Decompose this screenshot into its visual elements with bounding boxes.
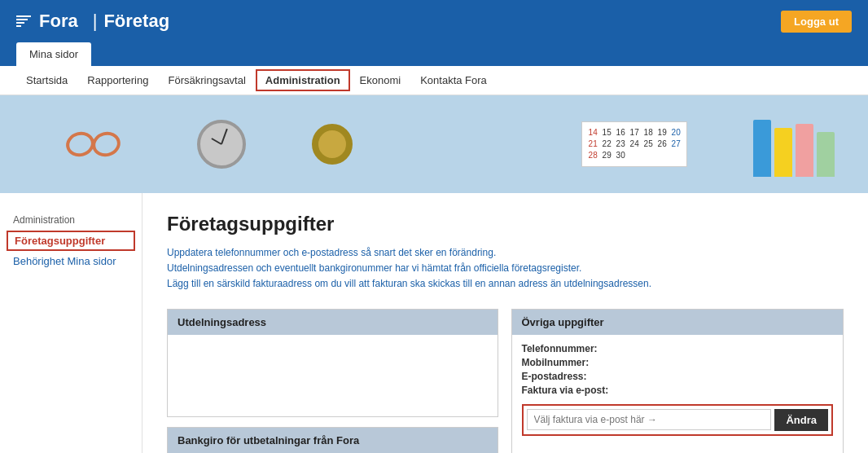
main-nav: Startsida Rapportering Försäkringsavtal … — [0, 66, 868, 95]
nav-ekonomi[interactable]: Ekonomi — [350, 68, 411, 93]
logo-divider: | — [93, 11, 98, 32]
logo-foretag-text: Företag — [103, 11, 169, 32]
sidebar-section-label: Administration — [0, 209, 142, 231]
nav-startsida[interactable]: Startsida — [16, 68, 77, 93]
faktura-label-row: Faktura via e-post: — [522, 385, 834, 396]
epostadress-row: E-postadress: — [522, 371, 834, 382]
hero-glasses-decoration — [66, 128, 131, 161]
nav-kontakta-fora[interactable]: Kontakta Fora — [410, 68, 497, 93]
faktura-epost-input[interactable] — [527, 409, 772, 430]
mobilnummer-row: Mobilnummer: — [522, 357, 834, 368]
logo-area: Fora | Företag — [16, 11, 169, 32]
telefonnummer-label: Telefonnummer: — [522, 343, 612, 354]
logo-fora-text: Fora — [39, 11, 78, 32]
hero-banner: 14151617181920 21222324252627 282930 — [0, 95, 868, 193]
logo-lines-icon — [16, 15, 31, 27]
bankgiro-header: Bankgiro för utbetalningar från Fora — [168, 428, 498, 453]
left-panels-column: Utdelningsadress Bankgiro för utbetalnin… — [167, 309, 498, 453]
bankgiro-panel: Bankgiro för utbetalningar från Fora Änd… — [167, 427, 498, 453]
sidebar-item-behorighet[interactable]: Behörighet Mina sidor — [0, 251, 142, 271]
utdelningsadress-body — [168, 335, 498, 416]
nav-forsakringsavtal[interactable]: Försäkringsavtal — [158, 68, 255, 93]
description-line-2: Utdelningsadressen och eventuellt bankgi… — [167, 261, 844, 276]
panels-row: Utdelningsadress Bankgiro för utbetalnin… — [167, 309, 844, 453]
description-line-1: Uppdatera telefonnummer och e-postadress… — [167, 245, 844, 261]
description-block: Uppdatera telefonnummer och e-postadress… — [167, 245, 844, 292]
epostadress-label: E-postadress: — [522, 371, 612, 382]
nav-rapportering[interactable]: Rapportering — [77, 68, 158, 93]
top-header: Fora | Företag Logga ut — [0, 0, 868, 42]
hero-tape-decoration — [312, 124, 353, 165]
utdelningsadress-panel: Utdelningsadress — [167, 309, 498, 417]
description-line-3: Lägg till en särskild fakturaadress om d… — [167, 276, 844, 292]
ovriga-uppgifter-panel: Övriga uppgifter Telefonnummer: Mobilnum… — [511, 309, 844, 453]
fora-logo: Fora — [16, 11, 78, 32]
hero-folders-decoration — [753, 112, 835, 177]
content-wrapper: Administration Företagsuppgifter Behörig… — [0, 193, 868, 453]
nav-tabs-bar: Mina sidor — [0, 42, 868, 66]
utdelningsadress-header: Utdelningsadress — [168, 310, 498, 335]
hero-clock-decoration — [197, 120, 246, 169]
telefonnummer-row: Telefonnummer: — [522, 343, 834, 354]
sidebar-item-foretagsuppgifter[interactable]: Företagsuppgifter — [7, 231, 135, 251]
logout-button[interactable]: Logga ut — [781, 11, 852, 33]
page-title: Företagsuppgifter — [167, 213, 844, 235]
ovriga-uppgifter-header: Övriga uppgifter — [512, 310, 844, 335]
main-content: Företagsuppgifter Uppdatera telefonnumme… — [142, 193, 868, 453]
nav-administration[interactable]: Administration — [256, 69, 350, 91]
faktura-epost-label: Faktura via e-post: — [522, 385, 612, 396]
faktura-andra-button[interactable]: Ändra — [774, 409, 828, 431]
faktura-input-row: Ändra — [522, 404, 834, 436]
ovriga-uppgifter-body: Telefonnummer: Mobilnummer: E-postadress… — [512, 335, 844, 444]
mobilnummer-label: Mobilnummer: — [522, 357, 612, 368]
mina-sidor-tab[interactable]: Mina sidor — [16, 42, 91, 66]
sidebar: Administration Företagsuppgifter Behörig… — [0, 193, 142, 453]
hero-calendar-decoration: 14151617181920 21222324252627 282930 — [581, 121, 687, 167]
